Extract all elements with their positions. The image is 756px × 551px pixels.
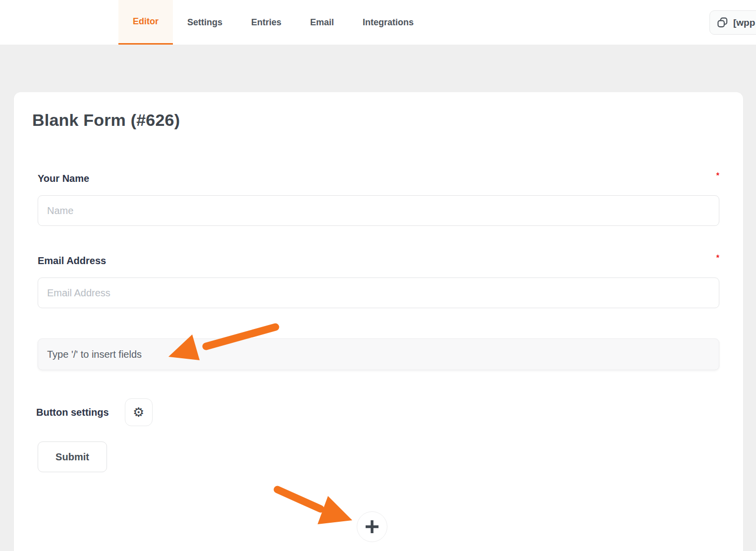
tab-email[interactable]: Email [296, 0, 348, 45]
copy-icon [717, 17, 728, 28]
field-email-label-row: Email Address * [38, 255, 719, 267]
field-name-label-row: Your Name * [38, 173, 719, 184]
required-asterisk: * [716, 254, 719, 262]
copy-shortcode-button[interactable]: [wpp [709, 10, 756, 35]
top-navigation-bar: Editor Settings Entries Email Integratio… [0, 0, 756, 45]
form-title: Blank Form (#626) [32, 110, 180, 130]
submit-button[interactable]: Submit [38, 441, 107, 472]
email-input[interactable] [38, 277, 719, 308]
nav-tabs: Editor Settings Entries Email Integratio… [118, 0, 428, 45]
form-editor-card: Blank Form (#626) Your Name * Email Addr… [14, 92, 743, 551]
tab-settings[interactable]: Settings [173, 0, 237, 45]
field-email-label[interactable]: Email Address [38, 255, 106, 267]
button-settings-row: Button settings ⚙ [36, 398, 153, 426]
insert-field-prompt[interactable]: Type '/' to insert fields [38, 338, 719, 370]
shortcode-label: [wpp [733, 17, 755, 28]
required-asterisk: * [716, 172, 719, 180]
gear-icon: ⚙ [133, 406, 144, 419]
tab-editor[interactable]: Editor [118, 0, 173, 45]
button-settings-label: Button settings [36, 407, 109, 418]
plus-icon [363, 517, 381, 536]
tab-entries[interactable]: Entries [237, 0, 296, 45]
field-name-label[interactable]: Your Name [38, 173, 89, 184]
button-settings-gear-button[interactable]: ⚙ [125, 398, 153, 426]
add-field-button[interactable] [357, 511, 387, 542]
form-builder-page: { "header": { "tabs": [ { "label": "Edit… [0, 0, 756, 551]
tab-integrations[interactable]: Integrations [348, 0, 428, 45]
name-input[interactable] [38, 195, 719, 226]
